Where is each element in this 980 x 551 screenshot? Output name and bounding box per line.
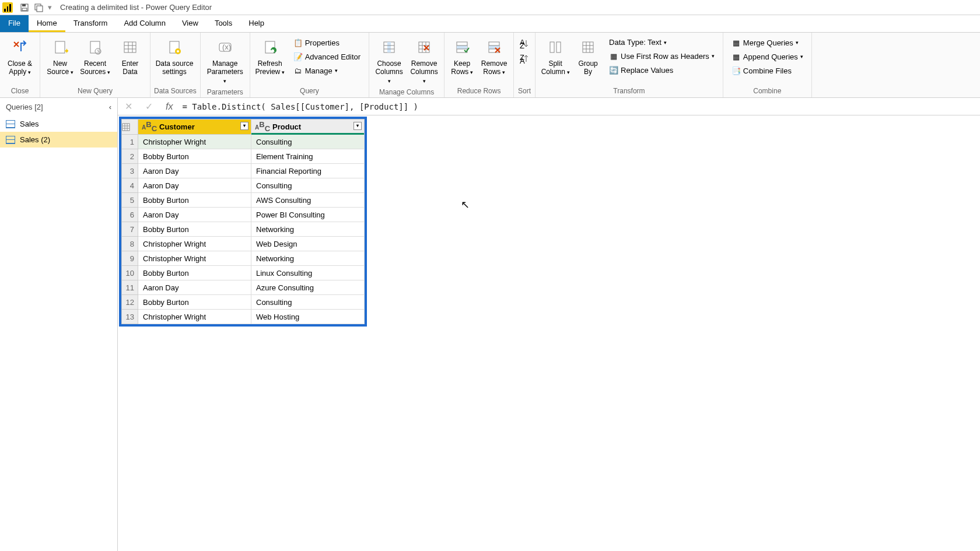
query-item-sales[interactable]: Sales: [0, 116, 117, 132]
data-type-button[interactable]: Data Type: Text: [607, 36, 717, 48]
tab-transform[interactable]: Transform: [65, 15, 116, 32]
choose-columns-button[interactable]: Choose Columns: [373, 35, 405, 87]
cell-customer[interactable]: Christopher Wright: [138, 237, 251, 251]
cell-customer[interactable]: Aaron Day: [138, 280, 251, 295]
table-row[interactable]: 7Bobby BurtonNetworking: [122, 222, 365, 237]
row-header[interactable]: 9: [122, 251, 138, 266]
cell-customer[interactable]: Aaron Day: [138, 208, 251, 222]
first-row-headers-button[interactable]: ▦Use First Row as Headers: [607, 50, 717, 62]
save-icon[interactable]: [19, 2, 30, 13]
row-header[interactable]: 12: [122, 295, 138, 310]
merge-queries-button[interactable]: ▦Merge Queries: [729, 36, 806, 49]
table-row[interactable]: 12Bobby BurtonConsulting: [122, 295, 365, 310]
row-header[interactable]: 11: [122, 280, 138, 295]
fx-icon[interactable]: fx: [162, 101, 176, 112]
cell-product[interactable]: Consulting: [251, 295, 365, 310]
column-header-product[interactable]: ABC Product ▾: [251, 120, 365, 135]
tab-add-column[interactable]: Add Column: [116, 15, 174, 32]
group-by-button[interactable]: Group By: [574, 35, 602, 79]
table-row[interactable]: 3Aaron DayFinancial Reporting: [122, 164, 365, 178]
row-header[interactable]: 1: [122, 135, 138, 149]
sort-asc-button[interactable]: AZ: [517, 37, 531, 50]
new-source-button[interactable]: ✦ New Source: [44, 35, 76, 79]
cancel-formula-icon[interactable]: ✕: [121, 101, 136, 112]
recent-sources-button[interactable]: Recent Sources: [79, 35, 111, 79]
gear-icon: [166, 37, 183, 58]
properties-button[interactable]: 📋Properties: [291, 36, 363, 49]
cell-customer[interactable]: Bobby Burton: [138, 149, 251, 164]
row-header[interactable]: 3: [122, 164, 138, 178]
cell-customer[interactable]: Aaron Day: [138, 178, 251, 193]
row-header[interactable]: 7: [122, 222, 138, 237]
cell-product[interactable]: Azure Consulting: [251, 280, 365, 295]
tab-home[interactable]: Home: [29, 15, 65, 32]
table-row[interactable]: 1Christopher WrightConsulting: [122, 135, 365, 149]
cell-customer[interactable]: Christopher Wright: [138, 135, 251, 149]
tab-file[interactable]: File: [0, 15, 29, 32]
cell-product[interactable]: Financial Reporting: [251, 164, 365, 178]
table-row[interactable]: 8Christopher WrightWeb Design: [122, 237, 365, 251]
cell-customer[interactable]: Bobby Burton: [138, 222, 251, 237]
table-row[interactable]: 2Bobby BurtonElement Training: [122, 149, 365, 164]
table-corner[interactable]: [122, 120, 138, 135]
cell-product[interactable]: Web Design: [251, 237, 365, 251]
row-header[interactable]: 10: [122, 266, 138, 280]
save-as-icon[interactable]: [33, 2, 44, 13]
cell-product[interactable]: Power BI Consulting: [251, 208, 365, 222]
formula-input[interactable]: = Table.Distinct( Sales[[Customer], [Pro…: [182, 102, 977, 111]
cell-product[interactable]: Networking: [251, 222, 365, 237]
table-row[interactable]: 10Bobby BurtonLinux Consulting: [122, 266, 365, 280]
table-row[interactable]: 11Aaron DayAzure Consulting: [122, 280, 365, 295]
cell-customer[interactable]: Christopher Wright: [138, 251, 251, 266]
advanced-editor-button[interactable]: 📝Advanced Editor: [291, 50, 363, 63]
manage-parameters-button[interactable]: (x) Manage Parameters: [204, 35, 246, 87]
row-header[interactable]: 6: [122, 208, 138, 222]
cell-customer[interactable]: Christopher Wright: [138, 310, 251, 324]
cell-customer[interactable]: Bobby Burton: [138, 266, 251, 280]
cell-product[interactable]: Element Training: [251, 149, 365, 164]
table-row[interactable]: 5Bobby BurtonAWS Consulting: [122, 193, 365, 208]
parameters-icon: (x): [217, 37, 233, 58]
accept-formula-icon[interactable]: ✓: [142, 101, 156, 112]
combine-files-button[interactable]: 📑Combine Files: [729, 64, 806, 77]
table-row[interactable]: 13Christopher WrightWeb Hosting: [122, 310, 365, 324]
data-source-settings-button[interactable]: Data source settings: [154, 35, 195, 79]
row-header[interactable]: 13: [122, 310, 138, 324]
sort-desc-button[interactable]: ZA: [517, 52, 531, 65]
append-queries-button[interactable]: ▦Append Queries: [729, 50, 806, 63]
manage-button[interactable]: 🗂Manage: [291, 64, 363, 77]
remove-columns-button[interactable]: Remove Columns: [408, 35, 440, 87]
row-header[interactable]: 8: [122, 237, 138, 251]
cell-customer[interactable]: Aaron Day: [138, 164, 251, 178]
row-header[interactable]: 5: [122, 193, 138, 208]
sort-asc-icon: AZ: [520, 39, 529, 48]
filter-icon[interactable]: ▾: [240, 122, 249, 130]
query-item-sales-2[interactable]: Sales (2): [0, 132, 117, 148]
refresh-preview-button[interactable]: Refresh Preview: [254, 35, 286, 79]
keep-rows-button[interactable]: Keep Rows: [448, 35, 476, 79]
column-header-customer[interactable]: ABC Customer ▾: [138, 120, 251, 135]
cell-product[interactable]: Linux Consulting: [251, 266, 365, 280]
cell-customer[interactable]: Bobby Burton: [138, 193, 251, 208]
split-column-button[interactable]: Split Column: [539, 35, 572, 79]
collapse-icon[interactable]: ‹: [109, 103, 111, 111]
table-row[interactable]: 9Christopher WrightNetworking: [122, 251, 365, 266]
tab-view[interactable]: View: [174, 15, 206, 32]
enter-data-button[interactable]: Enter Data: [114, 35, 146, 79]
filter-icon[interactable]: ▾: [354, 122, 362, 130]
cell-customer[interactable]: Bobby Burton: [138, 295, 251, 310]
tab-tools[interactable]: Tools: [206, 15, 240, 32]
replace-values-button[interactable]: 🔄Replace Values: [607, 64, 717, 76]
cell-product[interactable]: AWS Consulting: [251, 193, 365, 208]
table-row[interactable]: 6Aaron DayPower BI Consulting: [122, 208, 365, 222]
remove-rows-button[interactable]: Remove Rows: [478, 35, 510, 79]
table-row[interactable]: 4Aaron DayConsulting: [122, 178, 365, 193]
cell-product[interactable]: Consulting: [251, 178, 365, 193]
cell-product[interactable]: Web Hosting: [251, 310, 365, 324]
close-apply-button[interactable]: Close & Apply: [4, 35, 36, 79]
row-header[interactable]: 2: [122, 149, 138, 164]
tab-help[interactable]: Help: [240, 15, 272, 32]
row-header[interactable]: 4: [122, 178, 138, 193]
cell-product[interactable]: Consulting: [251, 135, 365, 149]
cell-product[interactable]: Networking: [251, 251, 365, 266]
